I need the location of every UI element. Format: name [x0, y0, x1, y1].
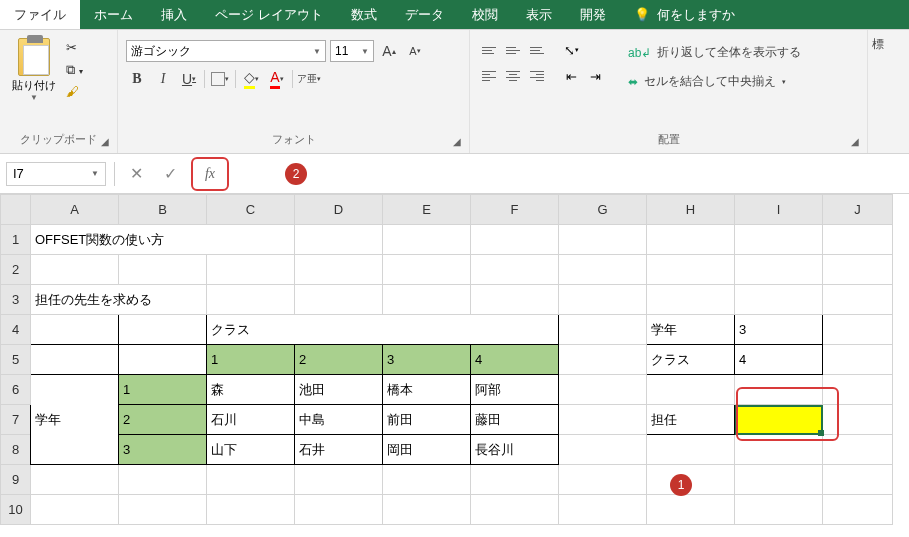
col-header-b[interactable]: B	[119, 195, 207, 225]
menu-home[interactable]: ホーム	[80, 0, 147, 29]
cell[interactable]	[119, 255, 207, 285]
cell[interactable]	[559, 405, 647, 435]
cell-a3[interactable]: 担任の先生を求める	[31, 285, 207, 315]
cell[interactable]	[823, 375, 893, 405]
cell[interactable]	[119, 495, 207, 525]
cell[interactable]	[471, 225, 559, 255]
font-name-select[interactable]: 游ゴシック ▼	[126, 40, 326, 62]
select-all-corner[interactable]	[1, 195, 31, 225]
cell-d8[interactable]: 石井	[295, 435, 383, 465]
cut-icon[interactable]: ✂	[66, 40, 86, 56]
format-painter-icon[interactable]: 🖌	[66, 84, 86, 100]
cell[interactable]	[207, 255, 295, 285]
row-header-10[interactable]: 10	[1, 495, 31, 525]
cell-c4[interactable]: クラス	[207, 315, 559, 345]
cell[interactable]	[823, 495, 893, 525]
cell-f8[interactable]: 長谷川	[471, 435, 559, 465]
row-header-4[interactable]: 4	[1, 315, 31, 345]
col-header-j[interactable]: J	[823, 195, 893, 225]
cell[interactable]	[559, 495, 647, 525]
cancel-formula-button[interactable]: ✕	[123, 161, 149, 187]
merge-center-button[interactable]: ⬌ セルを結合して中央揃え ▾	[620, 69, 809, 94]
italic-button[interactable]: I	[152, 68, 174, 90]
align-right-button[interactable]	[526, 66, 548, 86]
cell[interactable]	[383, 285, 471, 315]
font-launcher[interactable]: ◢	[453, 136, 461, 147]
underline-button[interactable]: U ▾	[178, 68, 200, 90]
cell[interactable]	[295, 495, 383, 525]
col-header-i[interactable]: I	[735, 195, 823, 225]
cell[interactable]	[559, 225, 647, 255]
spreadsheet-grid[interactable]: A B C D E F G H I J 1 OFFSET関数の使い方 2 3 担…	[0, 194, 909, 525]
cell[interactable]	[735, 255, 823, 285]
cell-i5[interactable]: 4	[735, 345, 823, 375]
menu-formulas[interactable]: 数式	[337, 0, 391, 29]
cell[interactable]	[823, 465, 893, 495]
cell[interactable]	[295, 285, 383, 315]
cell[interactable]	[735, 435, 823, 465]
row-header-1[interactable]: 1	[1, 225, 31, 255]
cell[interactable]	[735, 225, 823, 255]
cell[interactable]	[295, 255, 383, 285]
paste-button[interactable]: 貼り付け ▼	[8, 34, 60, 106]
decrease-indent-button[interactable]: ⇤	[560, 66, 582, 86]
cell[interactable]	[559, 435, 647, 465]
align-left-button[interactable]	[478, 66, 500, 86]
cell-f7[interactable]: 藤田	[471, 405, 559, 435]
cell-f6[interactable]: 阿部	[471, 375, 559, 405]
menu-page-layout[interactable]: ページ レイアウト	[201, 0, 337, 29]
cell-e8[interactable]: 岡田	[383, 435, 471, 465]
cell-c5[interactable]: 1	[207, 345, 295, 375]
cell[interactable]	[823, 315, 893, 345]
phonetic-button[interactable]: ア亜 ▾	[297, 68, 321, 90]
cell[interactable]	[207, 495, 295, 525]
cell[interactable]	[471, 285, 559, 315]
cell[interactable]	[823, 345, 893, 375]
cell[interactable]	[735, 465, 823, 495]
cell[interactable]	[559, 465, 647, 495]
cell[interactable]	[559, 375, 647, 405]
cell[interactable]	[559, 345, 647, 375]
wrap-text-button[interactable]: ab↲ 折り返して全体を表示する	[620, 40, 809, 65]
cell-f5[interactable]: 4	[471, 345, 559, 375]
row-header-9[interactable]: 9	[1, 465, 31, 495]
cell[interactable]	[647, 495, 735, 525]
cell[interactable]	[647, 255, 735, 285]
cell[interactable]	[383, 465, 471, 495]
clipboard-launcher[interactable]: ◢	[101, 136, 109, 147]
cell-c6[interactable]: 森	[207, 375, 295, 405]
cell[interactable]	[295, 225, 383, 255]
fill-color-button[interactable]: ◇ ▾	[240, 68, 262, 90]
font-color-button[interactable]: A ▾	[266, 68, 288, 90]
cell-e5[interactable]: 3	[383, 345, 471, 375]
row-header-8[interactable]: 8	[1, 435, 31, 465]
alignment-launcher[interactable]: ◢	[851, 136, 859, 147]
cell[interactable]	[119, 465, 207, 495]
bold-button[interactable]: B	[126, 68, 148, 90]
cell-d7[interactable]: 中島	[295, 405, 383, 435]
row-header-3[interactable]: 3	[1, 285, 31, 315]
cell-e7[interactable]: 前田	[383, 405, 471, 435]
cell-d6[interactable]: 池田	[295, 375, 383, 405]
cell[interactable]	[735, 285, 823, 315]
cell-a5[interactable]	[31, 345, 119, 375]
row-header-7[interactable]: 7	[1, 405, 31, 435]
cell[interactable]	[559, 315, 647, 345]
menu-insert[interactable]: 挿入	[147, 0, 201, 29]
cell[interactable]	[31, 495, 119, 525]
cell[interactable]	[207, 285, 295, 315]
cell[interactable]	[823, 405, 893, 435]
increase-indent-button[interactable]: ⇥	[584, 66, 606, 86]
cell-a4[interactable]	[31, 315, 119, 345]
align-top-button[interactable]	[478, 40, 500, 60]
name-box[interactable]: I7 ▼	[6, 162, 106, 186]
col-header-d[interactable]: D	[295, 195, 383, 225]
cell[interactable]	[735, 495, 823, 525]
row-header-6[interactable]: 6	[1, 375, 31, 405]
cell[interactable]	[207, 465, 295, 495]
cell-c8[interactable]: 山下	[207, 435, 295, 465]
cell[interactable]	[559, 255, 647, 285]
cell-h5[interactable]: クラス	[647, 345, 735, 375]
insert-function-button[interactable]: fx	[197, 161, 223, 187]
copy-icon[interactable]: ⧉ ▾	[66, 62, 86, 78]
